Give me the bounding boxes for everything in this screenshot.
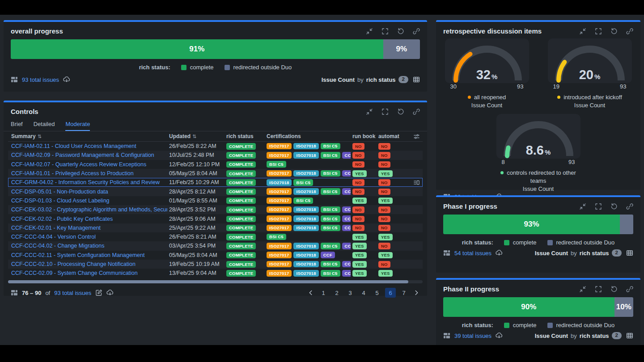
issue-link[interactable]: CCF-DSP-01.03 - Cloud Asset Labeling — [11, 198, 110, 204]
expand-icon[interactable] — [595, 28, 602, 35]
issue-link[interactable]: CCF-CCC-02.10 - Processing Change Notifi… — [11, 261, 136, 267]
page-button-2[interactable]: 2 — [331, 288, 342, 298]
issue-link[interactable]: CCF-IAM-02.11 - Cloud User Access Manage… — [11, 143, 136, 149]
total-issues-link[interactable]: 54 total issues — [454, 250, 491, 257]
sort-icon[interactable]: ⇅ — [192, 134, 196, 139]
table-row[interactable]: CCF-CEK-02.02 - Public Key Certificates2… — [8, 214, 423, 223]
tab-detailed[interactable]: Detailed — [34, 121, 55, 131]
column-updated[interactable]: Updated⇅ — [167, 133, 225, 139]
expand-icon[interactable] — [381, 28, 389, 35]
table-row[interactable]: CCF-CEK-02.01 - Key Management25/Apr/25 … — [8, 223, 423, 232]
table-icon[interactable] — [626, 249, 633, 257]
table-row[interactable]: CCF-IAM-02.11 - Cloud User Access Manage… — [8, 142, 423, 151]
link-icon[interactable] — [626, 28, 633, 35]
horizontal-scrollbar[interactable] — [8, 280, 423, 283]
page-button-7[interactable]: 7 — [398, 288, 409, 298]
issue-link[interactable]: CCF-IAM-01.01 - Privileged Access to Pro… — [11, 170, 134, 177]
page-button-3[interactable]: 3 — [345, 288, 356, 298]
link-icon[interactable] — [626, 203, 633, 210]
expand-icon[interactable] — [595, 203, 602, 210]
collapse-icon[interactable] — [366, 28, 373, 35]
certification-badge: CCF — [342, 270, 351, 277]
issue-link[interactable]: CCF-CCC-04.04 - Version Control — [11, 234, 96, 240]
refresh-icon[interactable] — [397, 28, 404, 35]
scrollbar-thumb[interactable] — [8, 280, 408, 283]
panel-phase2-progress: Phase II progress 90%10% rich status: co… — [436, 278, 640, 345]
row-detail-icon[interactable] — [413, 179, 420, 186]
refresh-icon[interactable] — [610, 286, 618, 293]
export-cloud-icon[interactable] — [496, 249, 503, 257]
table-row[interactable]: CCF-CCC-02.10 - Processing Change Notifi… — [8, 260, 423, 269]
issue-link[interactable]: CCF-CCC-02.09 - System Change Communicat… — [11, 270, 138, 276]
link-icon[interactable] — [413, 108, 420, 115]
issue-link[interactable]: CCF-CEK-02.02 - Public Key Certificates — [11, 216, 113, 222]
refresh-icon[interactable] — [610, 28, 618, 35]
export-cloud-icon[interactable] — [106, 289, 114, 296]
edit-icon[interactable] — [95, 289, 102, 296]
legend-swatch — [225, 65, 230, 70]
table-row[interactable]: CCF-CCC-04.02 - Change Migrations03/Apr/… — [8, 241, 423, 250]
issue-link[interactable]: CCF-IAM-02.09 - Password Management & Co… — [11, 152, 154, 158]
table-icon[interactable] — [626, 332, 633, 339]
page-button-1[interactable]: 1 — [318, 288, 329, 298]
column-summary[interactable]: Summary⇅ — [8, 133, 167, 139]
certification-badge: BSI C5 — [321, 170, 340, 177]
issue-link[interactable]: CCF-CEK-02.01 - Key Management — [11, 225, 101, 231]
export-cloud-icon[interactable] — [496, 332, 503, 339]
table-row[interactable]: CCF-CCC-02.11 - System Configuration Man… — [8, 251, 423, 260]
link-icon[interactable] — [413, 28, 420, 35]
tab-brief[interactable]: Brief — [11, 121, 23, 131]
issue-link[interactable]: CCF-CCC-04.02 - Change Migrations — [11, 243, 104, 249]
table-row[interactable]: CCF-CCC-04.04 - Version Control26/Feb/25… — [8, 232, 423, 241]
expand-icon[interactable] — [595, 286, 602, 293]
page-button-6[interactable]: 6 — [385, 288, 396, 298]
sort-icon[interactable]: ⇅ — [38, 134, 42, 139]
certification-badge: BSI C5 — [267, 161, 286, 168]
run-book-badge: YES — [352, 243, 367, 249]
issue-link[interactable]: CCF-GRM-04.02 - Information Security Pol… — [11, 179, 160, 185]
refresh-icon[interactable] — [397, 108, 404, 115]
collapse-icon[interactable] — [366, 108, 373, 115]
total-issues-link[interactable]: 93 total issues — [22, 76, 59, 83]
table-row[interactable]: CCF-IAM-02.09 - Password Management & Co… — [8, 151, 423, 160]
expand-icon[interactable] — [381, 108, 389, 115]
certification-badge: BSI C5 — [321, 261, 340, 268]
next-page-icon[interactable] — [413, 289, 420, 296]
table-row[interactable]: CCF-DSP-01.03 - Cloud Asset Labeling01/M… — [8, 196, 423, 205]
progress-segment-complete: 93% — [443, 215, 620, 234]
issue-link[interactable]: CCF-CCC-02.11 - System Configuration Man… — [11, 252, 145, 258]
column-settings-icon[interactable] — [413, 133, 420, 140]
table-row[interactable]: CCF-IAM-01.01 - Privileged Access to Pro… — [8, 169, 423, 178]
page-button-5[interactable]: 5 — [372, 288, 382, 298]
total-issues-link[interactable]: 39 total issues — [454, 333, 491, 339]
total-issues-link[interactable]: 93 total issues — [54, 290, 91, 296]
table-row[interactable]: CCF-GRM-04.02 - Information Security Pol… — [8, 178, 423, 187]
status-badge: COMPLETE — [226, 270, 256, 277]
tab-moderate[interactable]: Moderate — [65, 121, 90, 131]
refresh-icon[interactable] — [610, 203, 618, 210]
issue-link[interactable]: CCF-DSP-05.01 - Non-Production data — [11, 189, 108, 195]
dashboard-stage: overall progress 91%9% rich status: comp… — [0, 0, 644, 362]
prev-page-icon[interactable] — [307, 289, 314, 296]
export-cloud-icon[interactable] — [63, 76, 70, 83]
certification-badge: BSI C5 — [321, 206, 340, 213]
page-button-4[interactable]: 4 — [358, 288, 369, 298]
collapse-icon[interactable] — [579, 28, 586, 35]
table-row[interactable]: CCF-CCC-02.09 - System Change Communicat… — [8, 269, 423, 278]
table-row[interactable]: CCF-DSP-05.01 - Non-Production data28/Ap… — [8, 187, 423, 196]
certification-badge: BSI C5 — [267, 234, 286, 240]
table-icon[interactable] — [413, 76, 420, 83]
table-row[interactable]: CCF-IAM-02.07 - Quarterly Access Review … — [8, 160, 423, 169]
updated-cell: 28/Apr/25 9:06 AM — [167, 216, 225, 222]
link-icon[interactable] — [626, 286, 633, 293]
issue-link[interactable]: CCF-IAM-02.07 - Quarterly Access Review … — [11, 161, 146, 168]
collapse-icon[interactable] — [579, 286, 586, 293]
collapse-icon[interactable] — [579, 203, 586, 210]
issue-link[interactable]: CCF-CEK-03.02 - Cryptographic Algorithm … — [11, 206, 167, 213]
status-badge: COMPLETE — [226, 152, 256, 159]
certification-badge: ISO27018 — [293, 206, 318, 213]
automated-badge: NO — [378, 152, 390, 159]
table-row[interactable]: CCF-CEK-03.02 - Cryptographic Algorithm … — [8, 205, 423, 214]
certification-badge: CCF — [342, 261, 351, 268]
panel-title: Controls — [11, 108, 38, 115]
